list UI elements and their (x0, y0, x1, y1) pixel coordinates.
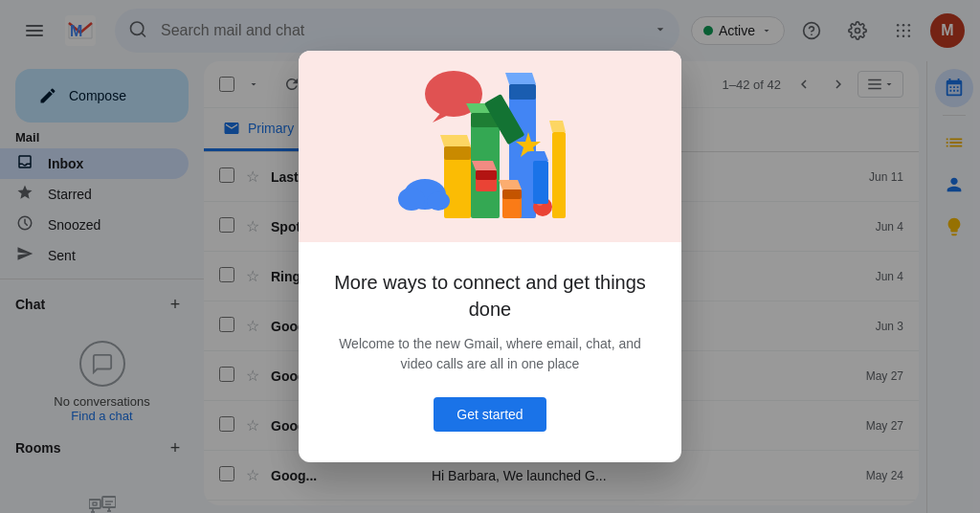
svg-marker-39 (505, 73, 536, 84)
svg-marker-45 (472, 161, 497, 170)
svg-rect-47 (502, 190, 522, 199)
svg-rect-38 (509, 84, 536, 100)
get-started-button[interactable]: Get started (434, 397, 546, 432)
modal-overlay[interactable]: More ways to connect and get things done… (0, 0, 980, 513)
svg-rect-56 (533, 161, 548, 204)
svg-point-52 (427, 191, 450, 211)
modal: More ways to connect and get things done… (299, 51, 681, 462)
svg-rect-44 (476, 170, 497, 180)
modal-title: More ways to connect and get things done (329, 269, 651, 323)
modal-subtitle: Welcome to the new Gmail, where email, c… (329, 334, 651, 374)
svg-rect-58 (552, 132, 566, 218)
svg-rect-41 (444, 146, 471, 160)
modal-illustration (299, 51, 681, 242)
app-container: M Active (0, 0, 980, 513)
svg-marker-42 (440, 135, 471, 146)
svg-marker-48 (499, 180, 522, 190)
svg-point-51 (398, 188, 425, 211)
modal-body: More ways to connect and get things done… (299, 242, 681, 462)
